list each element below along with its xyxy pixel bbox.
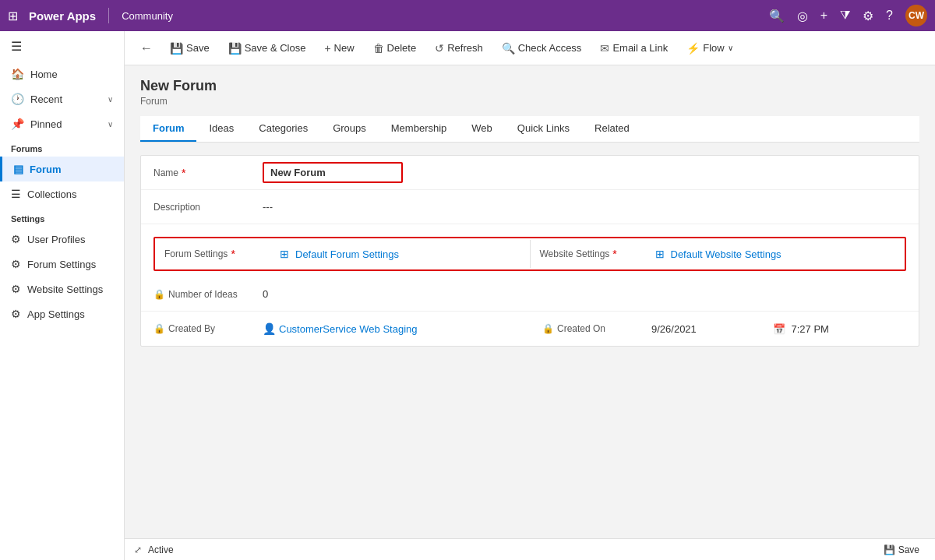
name-value[interactable]: New Forum bbox=[263, 162, 403, 183]
created-by-label-text: Created By bbox=[168, 323, 215, 334]
waffle-icon[interactable]: ⊞ bbox=[8, 9, 18, 23]
created-on-field: 🔒 Created On 9/26/2021 📅 7:27 PM bbox=[530, 317, 919, 341]
email-link-label: Email a Link bbox=[612, 42, 668, 54]
email-link-button[interactable]: ✉ Email a Link bbox=[592, 38, 676, 58]
spacer bbox=[141, 224, 919, 231]
settings-inner: Forum Settings * ⊞ Default Forum Setting… bbox=[155, 238, 905, 269]
number-of-ideas-value: 0 bbox=[263, 288, 906, 300]
number-of-ideas-row: 🔒 Number of Ideas 0 bbox=[141, 277, 919, 312]
sidebar-item-forum-settings[interactable]: ⚙ Forum Settings bbox=[0, 252, 124, 276]
created-by-lock-icon: 🔒 bbox=[153, 323, 165, 334]
tab-related[interactable]: Related bbox=[582, 116, 642, 142]
delete-button[interactable]: 🗑 Delete bbox=[365, 38, 425, 58]
topbar-divider bbox=[108, 8, 109, 23]
statusbar-save-button[interactable]: 💾 Save bbox=[877, 543, 926, 557]
tab-forum[interactable]: Forum bbox=[140, 116, 196, 142]
search-icon[interactable]: 🔍 bbox=[769, 9, 785, 23]
sidebar-item-app-settings[interactable]: ⚙ App Settings bbox=[0, 301, 124, 326]
topbar: ⊞ Power Apps Community 🔍 ◎ + ⧩ ⚙ ? CW bbox=[0, 0, 935, 31]
delete-icon: 🗑 bbox=[373, 42, 384, 55]
check-access-button[interactable]: 🔍 Check Access bbox=[494, 38, 590, 58]
description-label: Description bbox=[153, 202, 263, 213]
new-button[interactable]: + New bbox=[316, 38, 362, 58]
back-button[interactable]: ← bbox=[134, 38, 159, 58]
filter-icon[interactable]: ⧩ bbox=[840, 9, 850, 23]
save-close-button[interactable]: 💾 Save & Close bbox=[221, 38, 314, 58]
forum-settings-field: Forum Settings * ⊞ Default Forum Setting… bbox=[155, 241, 530, 266]
tab-ideas[interactable]: Ideas bbox=[196, 116, 246, 142]
website-settings-link[interactable]: Default Website Settings bbox=[671, 248, 782, 260]
sidebar-item-label: Recent bbox=[30, 93, 62, 105]
new-label: New bbox=[334, 42, 355, 54]
flow-icon: ⚡ bbox=[686, 42, 700, 55]
forum-settings-label: Forum Settings * bbox=[164, 248, 273, 260]
status-expand-icon[interactable]: ⤢ bbox=[134, 544, 142, 555]
forum-icon: ▤ bbox=[13, 163, 23, 175]
sidebar-item-recent[interactable]: 🕐 Recent ∨ bbox=[0, 86, 124, 111]
forum-settings-label-text: Forum Settings bbox=[164, 248, 228, 259]
sidebar-item-pinned[interactable]: 📌 Pinned ∨ bbox=[0, 111, 124, 136]
description-row: Description --- bbox=[141, 190, 919, 224]
sidebar-item-label: Website Settings bbox=[27, 284, 103, 295]
forum-settings-link-icon: ⊞ bbox=[280, 248, 289, 260]
sidebar-item-website-settings[interactable]: ⚙ Website Settings bbox=[0, 276, 124, 301]
save-label: Save bbox=[186, 42, 210, 54]
created-on-label: 🔒 Created On bbox=[542, 323, 651, 334]
flow-button[interactable]: ⚡ Flow ∨ bbox=[679, 38, 740, 58]
created-row: 🔒 Created By 👤 CustomerService Web Stagi… bbox=[141, 312, 919, 346]
sidebar-item-label: Collections bbox=[27, 188, 77, 200]
plus-icon[interactable]: + bbox=[820, 9, 827, 23]
description-label-text: Description bbox=[153, 202, 200, 213]
save-button[interactable]: 💾 Save bbox=[162, 38, 217, 58]
forum-settings-link[interactable]: Default Forum Settings bbox=[295, 248, 399, 260]
app-name: Power Apps bbox=[29, 9, 96, 23]
created-by-value[interactable]: CustomerService Web Staging bbox=[279, 323, 418, 335]
refresh-button[interactable]: ↺ Refresh bbox=[427, 38, 491, 58]
sidebar-item-forum[interactable]: ▤ Forum bbox=[0, 157, 124, 181]
commandbar: ← 💾 Save 💾 Save & Close + New 🗑 Delete ↺… bbox=[125, 31, 935, 65]
website-settings-icon: ⚙ bbox=[11, 283, 21, 295]
tab-membership[interactable]: Membership bbox=[379, 116, 460, 142]
forum-settings-icon: ⚙ bbox=[11, 258, 21, 270]
sidebar-item-collections[interactable]: ☰ Collections bbox=[0, 181, 124, 206]
gear-icon[interactable]: ⚙ bbox=[863, 9, 873, 23]
created-on-date: 9/26/2021 bbox=[651, 323, 767, 335]
description-value: --- bbox=[263, 201, 906, 213]
save-icon: 💾 bbox=[170, 42, 183, 55]
sidebar-item-home[interactable]: 🏠 Home bbox=[0, 62, 124, 86]
number-of-ideas-lock-icon: 🔒 bbox=[153, 289, 165, 300]
sidebar-item-label: Forum Settings bbox=[27, 259, 96, 270]
form-subtitle: Forum bbox=[140, 96, 919, 107]
sidebar-item-user-profiles[interactable]: ⚙ User Profiles bbox=[0, 227, 124, 252]
sidebar-menu-icon[interactable]: ☰ bbox=[0, 31, 124, 62]
topbar-icons: 🔍 ◎ + ⧩ ⚙ ? CW bbox=[769, 5, 927, 26]
form-tabs: Forum Ideas Categories Groups Membership… bbox=[140, 116, 919, 143]
flow-label: Flow bbox=[703, 42, 724, 54]
home-icon: 🏠 bbox=[11, 68, 24, 80]
user-profiles-icon: ⚙ bbox=[11, 233, 21, 245]
check-access-icon: 🔍 bbox=[502, 42, 515, 55]
name-label: Name * bbox=[153, 167, 263, 179]
form-title: New Forum bbox=[140, 78, 919, 94]
calendar-icon[interactable]: 📅 bbox=[773, 323, 785, 335]
tab-web[interactable]: Web bbox=[459, 116, 505, 142]
website-settings-label-text: Website Settings bbox=[540, 248, 610, 259]
refresh-label: Refresh bbox=[447, 42, 483, 54]
collections-icon: ☰ bbox=[11, 188, 21, 200]
help-icon[interactable]: ? bbox=[886, 9, 893, 23]
sidebar-item-label: User Profiles bbox=[27, 234, 85, 245]
environment-name: Community bbox=[122, 10, 173, 22]
tab-quick-links[interactable]: Quick Links bbox=[505, 116, 582, 142]
forum-settings-required: * bbox=[231, 248, 235, 260]
number-of-ideas-label: 🔒 Number of Ideas bbox=[153, 289, 263, 300]
sidebar-item-label: Forum bbox=[30, 164, 61, 175]
avatar[interactable]: CW bbox=[905, 5, 927, 26]
form-scroll: New Forum Forum Forum Ideas Categories G… bbox=[125, 65, 935, 538]
tab-categories[interactable]: Categories bbox=[246, 116, 320, 142]
expand-recent-icon: ∨ bbox=[108, 95, 113, 104]
tab-groups[interactable]: Groups bbox=[320, 116, 379, 142]
sidebar-item-label: App Settings bbox=[27, 308, 85, 320]
form-container: Name * New Forum Description --- bbox=[140, 155, 919, 347]
name-label-text: Name bbox=[153, 167, 178, 178]
circle-icon[interactable]: ◎ bbox=[797, 9, 808, 23]
